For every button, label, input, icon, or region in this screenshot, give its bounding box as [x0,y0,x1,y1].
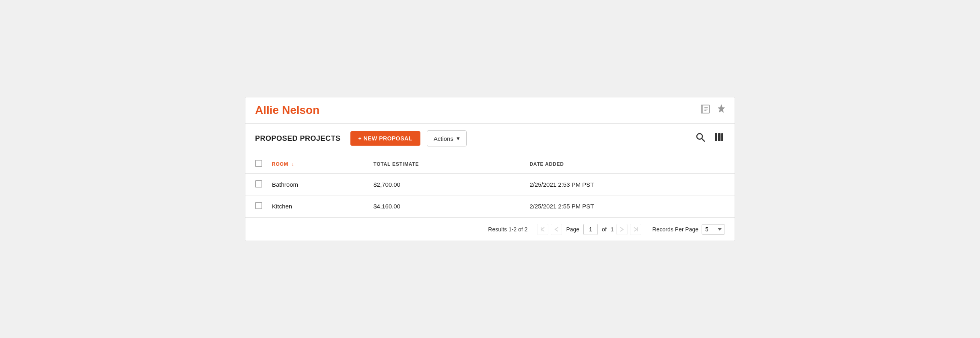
table-header-row: ROOM ↓ TOTAL ESTIMATE DATE ADDED [245,153,735,173]
search-button[interactable] [694,131,706,146]
of-label: of [602,226,607,233]
proposals-table: ROOM ↓ TOTAL ESTIMATE DATE ADDED Bathroo… [245,153,735,217]
select-all-header [245,153,267,173]
columns-button[interactable] [713,131,725,146]
header: Allie Nelson [245,97,735,124]
svg-line-6 [702,139,705,142]
room-column-header[interactable]: ROOM ↓ [267,153,369,173]
actions-button[interactable]: Actions ▾ [427,130,467,146]
records-per-page: Records Per Page 5 10 25 50 100 [653,224,725,235]
toolbar-right [694,131,725,146]
header-icons [701,104,725,116]
page-container: Allie Nelson PROPOSED PROJECTS + NEW PRO… [245,97,735,241]
room-cell: Kitchen [267,196,369,217]
row-checkbox[interactable] [255,180,262,188]
svg-rect-7 [715,133,717,141]
last-page-button[interactable] [630,224,641,235]
records-per-page-select[interactable]: 5 10 25 50 100 [702,224,725,235]
row-checkbox[interactable] [255,202,262,209]
svg-rect-9 [721,133,723,141]
total-estimate-column-header: TOTAL ESTIMATE [369,153,525,173]
row-checkbox-cell [245,173,267,196]
svg-rect-8 [718,133,721,141]
actions-chevron-icon: ▾ [457,135,460,142]
pagination: Page of 1 [537,224,641,235]
total-estimate-cell: $4,160.00 [369,196,525,217]
records-per-page-label: Records Per Page [653,226,698,233]
room-cell: Bathroom [267,173,369,196]
table-row[interactable]: Kitchen $4,160.00 2/25/2021 2:55 PM PST [245,196,735,217]
pin-icon[interactable] [718,104,725,116]
date-added-cell: 2/25/2021 2:53 PM PST [525,173,735,196]
row-checkbox-cell [245,196,267,217]
date-added-cell: 2/25/2021 2:55 PM PST [525,196,735,217]
sort-arrow-icon: ↓ [292,161,294,167]
select-all-checkbox[interactable] [255,160,262,167]
new-proposal-button[interactable]: + NEW PROPOSAL [350,131,420,146]
total-pages: 1 [611,226,614,233]
prev-page-button[interactable] [551,224,562,235]
toolbar: PROPOSED PROJECTS + NEW PROPOSAL Actions… [245,124,735,153]
page-title: Allie Nelson [255,104,319,117]
page-label: Page [566,226,579,233]
page-number-input[interactable] [583,224,598,235]
footer: Results 1-2 of 2 Page of 1 Records Per P… [245,217,735,241]
table-row[interactable]: Bathroom $2,700.00 2/25/2021 2:53 PM PST [245,173,735,196]
section-title: PROPOSED PROJECTS [255,134,341,143]
table-container: ROOM ↓ TOTAL ESTIMATE DATE ADDED Bathroo… [245,153,735,217]
table-body: Bathroom $2,700.00 2/25/2021 2:53 PM PST… [245,173,735,217]
total-estimate-cell: $2,700.00 [369,173,525,196]
results-text: Results 1-2 of 2 [488,226,527,233]
first-page-button[interactable] [537,224,548,235]
document-icon[interactable] [701,105,711,116]
actions-label: Actions [434,135,453,142]
date-added-column-header: DATE ADDED [525,153,735,173]
next-page-button[interactable] [616,224,628,235]
